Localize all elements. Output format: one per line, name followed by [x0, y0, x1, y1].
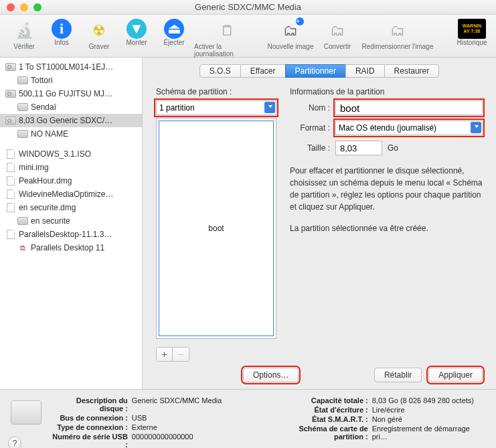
sidebar-item-label: PeakHour.dmg: [19, 176, 72, 185]
sidebar-item[interactable]: 8,03 Go Generic SDXC/…: [0, 114, 142, 127]
main-panel: S.O.SEffacerPartitionnerRAIDRestaurer Sc…: [143, 58, 496, 389]
partition-name-input[interactable]: [335, 100, 483, 115]
hdd-icon: [5, 62, 16, 72]
partition-add-remove: + −: [156, 347, 189, 362]
disk-details-left: Description du disque :Generic SDXC/MMC …: [52, 396, 222, 448]
sidebar-item[interactable]: PeakHour.dmg: [0, 174, 142, 188]
file-icon: [5, 149, 16, 159]
options-button[interactable]: Options…: [243, 368, 299, 382]
partition-size-input[interactable]: [335, 141, 382, 155]
sidebar-item[interactable]: NO NAME: [0, 127, 142, 141]
disk-details-footer: Description du disque :Generic SDXC/MMC …: [0, 389, 496, 448]
apply-button[interactable]: Appliquer: [428, 368, 483, 382]
partition-scheme-select[interactable]: [156, 100, 276, 115]
partition-map[interactable]: boot: [156, 118, 276, 339]
sidebar-item-label: WidevineMediaOptimize…: [19, 190, 113, 199]
tab-restaurer[interactable]: Restaurer: [384, 64, 440, 78]
help-text-2: La partition sélectionnée va être créée.: [290, 222, 483, 234]
tab-sos[interactable]: S.O.S: [199, 64, 241, 78]
toolbar-eject[interactable]: ⏏ Éjecter: [157, 19, 191, 46]
sidebar-item-label: NO NAME: [31, 129, 68, 139]
format-label: Format :: [290, 123, 330, 133]
toolbar-mount[interactable]: ▼ Monter: [119, 19, 154, 46]
disk-details-right: Capacité totale :8,03 Go (8 026 849 280 …: [269, 396, 485, 441]
help-text-1: Pour effacer et partitionner le disque s…: [290, 165, 483, 213]
help-button[interactable]: ?: [8, 437, 21, 448]
toolbar: 🔬 Vérifier i Infos ☢ Graver ▼ Monter ⏏ É…: [0, 15, 496, 58]
sidebar-item[interactable]: 500,11 Go FUJITSU MJ…: [0, 87, 142, 100]
log-icon: WARNIN AY 7:36: [458, 19, 486, 39]
toolbar-verify[interactable]: 🔬 Vérifier: [7, 19, 42, 50]
convert-icon: 🗂: [325, 19, 349, 43]
toolbar-enable-journal[interactable]: 🗒 Activer la journalisation: [194, 19, 261, 58]
sidebar-item-label: Tottori: [31, 76, 53, 85]
tab-bar: S.O.SEffacerPartitionnerRAIDRestaurer: [156, 64, 483, 78]
eject-icon: ⏏: [164, 19, 184, 39]
volume-icon: [17, 102, 28, 112]
toolbar-log[interactable]: WARNIN AY 7:36 Historique: [454, 19, 489, 46]
mount-icon: ▼: [127, 19, 147, 39]
journal-icon: 🗒: [216, 19, 240, 43]
sidebar-item[interactable]: Tottori: [0, 74, 142, 87]
sidebar-item-label: 8,03 Go Generic SDXC/…: [19, 116, 112, 125]
file-icon: [5, 163, 16, 172]
close-button[interactable]: [7, 3, 15, 11]
sidebar-item[interactable]: WidevineMediaOptimize…: [0, 188, 142, 201]
titlebar: Generic SDXC/MMC Media: [0, 0, 496, 15]
tab-partitionner[interactable]: Partitionner: [285, 64, 346, 78]
zoom-button[interactable]: [33, 3, 42, 11]
sidebar-item[interactable]: WINDOWS_3.1.ISO: [0, 147, 142, 161]
disk-icon: [11, 400, 42, 425]
sidebar-item: [0, 141, 142, 147]
hdd-icon: [5, 89, 16, 98]
revert-button[interactable]: Rétablir: [374, 368, 422, 382]
size-label: Taille :: [290, 143, 330, 153]
toolbar-new-image[interactable]: 🗂+ Nouvelle image: [264, 19, 317, 50]
sidebar-item[interactable]: en securite.dmg: [0, 201, 142, 214]
scheme-label: Schéma de partition :: [156, 87, 276, 96]
sidebar-item[interactable]: Sendaï: [0, 100, 142, 114]
partition-format-select[interactable]: [335, 121, 483, 135]
file-icon: [5, 190, 16, 199]
remove-partition-button[interactable]: −: [173, 348, 189, 361]
toolbar-resize[interactable]: 🗂 Redimensionner l'image: [357, 19, 438, 50]
sidebar-item-label: en securite.dmg: [19, 203, 76, 212]
tab-raid[interactable]: RAID: [345, 64, 385, 78]
volume-icon: [17, 129, 28, 139]
sidebar-item-label: WINDOWS_3.1.ISO: [19, 149, 91, 159]
toolbar-burn[interactable]: ☢ Graver: [82, 19, 116, 50]
sidebar-item[interactable]: ⧉Parallels Desktop 11: [0, 241, 142, 254]
size-unit: Go: [388, 143, 398, 153]
name-label: Nom :: [290, 103, 330, 113]
file-icon: [5, 176, 16, 185]
sidebar-item[interactable]: ParallelsDesktop-11.1.3…: [0, 228, 142, 241]
volume-icon: [17, 216, 28, 226]
sidebar-item-label: Parallels Desktop 11: [31, 243, 104, 252]
file-icon: [5, 203, 16, 212]
sidebar[interactable]: 1 To ST1000LM014-1EJ…Tottori500,11 Go FU…: [0, 58, 143, 389]
volume-icon: [17, 76, 28, 85]
sidebar-item-label: Sendaï: [31, 102, 56, 112]
toolbar-convert[interactable]: 🗂 Convertir: [320, 19, 355, 50]
microscope-icon: 🔬: [12, 19, 36, 43]
sidebar-item[interactable]: en securite: [0, 214, 142, 228]
sidebar-item-label: 1 To ST1000LM014-1EJ…: [19, 62, 113, 72]
resize-icon: 🗂: [386, 19, 410, 43]
add-partition-button[interactable]: +: [157, 348, 173, 361]
partition-block-boot[interactable]: boot: [159, 121, 274, 336]
sidebar-item[interactable]: mini.img: [0, 161, 142, 174]
sidebar-item-label: mini.img: [19, 163, 49, 172]
file-icon: [5, 230, 16, 239]
new-image-icon: 🗂+: [278, 19, 303, 43]
sidebar-item-label: 500,11 Go FUJITSU MJ…: [19, 89, 112, 98]
minimize-button[interactable]: [20, 3, 28, 11]
partition-info-heading: Informations de la partition: [290, 87, 483, 96]
burn-icon: ☢: [87, 19, 111, 43]
tab-effacer[interactable]: Effacer: [240, 64, 286, 78]
sidebar-item-label: ParallelsDesktop-11.1.3…: [19, 230, 112, 239]
toolbar-info[interactable]: i Infos: [44, 19, 79, 46]
sidebar-item-label: en securite: [31, 216, 70, 226]
window-title: Generic SDXC/MMC Media: [0, 2, 496, 12]
sidebar-item[interactable]: 1 To ST1000LM014-1EJ…: [0, 60, 142, 74]
info-icon: i: [52, 19, 72, 39]
